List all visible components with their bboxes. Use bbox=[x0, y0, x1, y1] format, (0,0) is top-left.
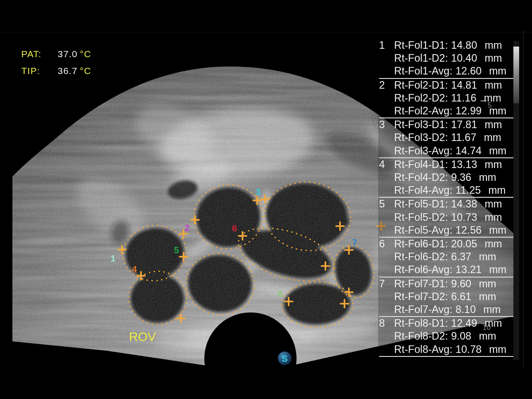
measurement-row: Rt-Fol5-Avg:12.56mm bbox=[379, 224, 517, 237]
measurement-row: 1Rt-Fol1-D1:14.80mm bbox=[379, 39, 517, 52]
measurement-row: 5Rt-Fol5-D1:14.38mm bbox=[379, 198, 517, 211]
display-frame-line-right bbox=[523, 30, 524, 369]
measurement-value: 11.67 bbox=[451, 132, 476, 144]
follicle-group-index: 5 bbox=[379, 198, 394, 210]
measurement-unit: mm bbox=[479, 172, 496, 184]
pat-temp-unit: °C bbox=[80, 46, 91, 63]
measurement-group: 7Rt-Fol7-D1:9.60mmRt-Fol7-D2:6.61mmRt-Fo… bbox=[379, 278, 517, 317]
measurement-row: Rt-Fol4-Avg:11.25mm bbox=[379, 184, 517, 197]
ultrasound-screen: 510 12345678 S PAT: 37.0 °C TIP: 36.7 °C… bbox=[0, 0, 532, 399]
measurement-label: Rt-Fol4-Avg: bbox=[394, 184, 452, 196]
measurement-label: Rt-Fol4-D2: bbox=[394, 172, 448, 184]
measurement-value: 11.25 bbox=[455, 184, 481, 196]
follicle-group-index: 4 bbox=[379, 159, 394, 171]
measurement-row: Rt-Fol3-Avg:14.74mm bbox=[379, 145, 517, 157]
follicle-number-label: 5 bbox=[174, 245, 179, 255]
measurement-value: 13.13 bbox=[451, 159, 477, 171]
pat-temp-label: PAT: bbox=[21, 46, 58, 63]
measurement-label: Rt-Fol6-D1: bbox=[394, 238, 448, 250]
measurement-value: 12.49 bbox=[451, 317, 477, 329]
measurement-unit: mm bbox=[489, 105, 506, 117]
measurement-value: 6.61 bbox=[451, 291, 471, 303]
measurement-label: Rt-Fol2-D1: bbox=[394, 79, 448, 91]
measurement-value: 14.80 bbox=[451, 39, 477, 51]
panel-scrollbar-thumb[interactable] bbox=[513, 47, 519, 103]
display-frame-line-top bbox=[0, 32, 532, 32]
measurement-unit: mm bbox=[489, 224, 506, 236]
tip-temp-label: TIP: bbox=[21, 63, 58, 79]
measurement-label: Rt-Fol1-Avg: bbox=[394, 65, 452, 77]
measurement-row: 7Rt-Fol7-D1:9.60mm bbox=[379, 278, 517, 290]
measurement-unit: mm bbox=[489, 344, 506, 356]
measurement-row: Rt-Fol6-Avg:13.21mm bbox=[379, 263, 517, 276]
measurement-label: Rt-Fol8-Avg: bbox=[394, 344, 452, 356]
follicle-group-index: 8 bbox=[379, 317, 394, 329]
follicle-number-label: 8 bbox=[278, 289, 283, 299]
measurement-value: 14.74 bbox=[455, 145, 481, 157]
measurement-unit: mm bbox=[485, 52, 502, 64]
measurement-row: 2Rt-Fol2-D1:14.81mm bbox=[379, 79, 517, 92]
measurement-unit: mm bbox=[485, 238, 502, 250]
follicle-number-label: 3 bbox=[255, 187, 261, 197]
measurement-row: Rt-Fol3-D2:11.67mm bbox=[379, 131, 517, 144]
measurement-value: 12.56 bbox=[455, 224, 481, 236]
measurement-row: Rt-Fol1-Avg:12.60mm bbox=[379, 65, 517, 78]
tip-temp-unit: °C bbox=[80, 63, 91, 79]
measurement-row: Rt-Fol2-D2:11.16mm bbox=[379, 92, 517, 105]
follicle-group-index: 3 bbox=[379, 119, 394, 131]
measurement-value: 11.16 bbox=[451, 92, 476, 104]
panel-scrollbar-track[interactable] bbox=[513, 41, 519, 360]
probe-logo-letter: S bbox=[282, 353, 288, 364]
right-ovary-label: ROV bbox=[129, 330, 156, 344]
follicle-measurement-panel: 1Rt-Fol1-D1:14.80mmRt-Fol1-D2:10.40mmRt-… bbox=[379, 39, 517, 357]
measurement-row: Rt-Fol4-D2:9.36mm bbox=[379, 171, 517, 184]
tip-temperature-row: TIP: 36.7 °C bbox=[21, 63, 91, 79]
measurement-row: Rt-Fol7-Avg:8.10mm bbox=[379, 303, 517, 316]
measurement-unit: mm bbox=[484, 92, 501, 104]
measurement-label: Rt-Fol3-D2: bbox=[394, 132, 448, 144]
measurement-label: Rt-Fol7-D1: bbox=[394, 278, 448, 290]
measurement-row: 8Rt-Fol8-D1:12.49mm bbox=[379, 317, 517, 330]
measurement-row: 4Rt-Fol4-D1:13.13mm bbox=[379, 158, 517, 171]
measurement-unit: mm bbox=[489, 264, 506, 276]
measurement-group: 4Rt-Fol4-D1:13.13mmRt-Fol4-D2:9.36mmRt-F… bbox=[379, 158, 517, 198]
measurement-value: 10.78 bbox=[455, 344, 481, 356]
measurement-unit: mm bbox=[485, 211, 502, 223]
measurement-row: Rt-Fol7-D2:6.61mm bbox=[379, 290, 517, 303]
measurement-group: 2Rt-Fol2-D1:14.81mmRt-Fol2-D2:11.16mmRt-… bbox=[379, 79, 517, 119]
measurement-value: 8.10 bbox=[455, 304, 476, 316]
follicle-group-index: 2 bbox=[379, 79, 394, 91]
measurement-row: Rt-Fol2-Avg:12.99mm bbox=[379, 105, 517, 117]
measurement-unit: mm bbox=[485, 198, 502, 210]
measurement-value: 6.37 bbox=[451, 251, 471, 263]
temperature-block: PAT: 37.0 °C TIP: 36.7 °C bbox=[21, 46, 91, 79]
measurement-label: Rt-Fol4-D1: bbox=[394, 159, 448, 171]
measurement-label: Rt-Fol3-D1: bbox=[394, 119, 448, 131]
measurement-value: 10.73 bbox=[451, 211, 477, 223]
measurement-value: 9.08 bbox=[451, 330, 471, 342]
measurement-label: Rt-Fol7-D2: bbox=[394, 291, 448, 303]
measurement-unit: mm bbox=[489, 65, 506, 77]
measurement-row: Rt-Fol1-D2:10.40mm bbox=[379, 52, 517, 65]
measurement-unit: mm bbox=[483, 304, 501, 316]
patient-temperature-row: PAT: 37.0 °C bbox=[21, 46, 91, 63]
measurement-label: Rt-Fol5-Avg: bbox=[394, 224, 452, 236]
follicle-number-label: 4 bbox=[132, 264, 137, 274]
measurement-label: Rt-Fol6-Avg: bbox=[394, 264, 452, 276]
measurement-unit: mm bbox=[485, 119, 502, 131]
measurement-unit: mm bbox=[489, 184, 506, 196]
follicle-group-index: 6 bbox=[379, 238, 394, 250]
measurement-unit: mm bbox=[479, 251, 496, 263]
measurement-value: 9.60 bbox=[451, 278, 471, 290]
measurement-label: Rt-Fol5-D2: bbox=[394, 211, 448, 223]
follicle-group-index: 1 bbox=[379, 39, 394, 51]
measurement-value: 14.38 bbox=[451, 198, 477, 210]
measurement-label: Rt-Fol8-D2: bbox=[394, 330, 448, 342]
pat-temp-value: 37.0 bbox=[58, 46, 80, 63]
measurement-label: Rt-Fol5-D1: bbox=[394, 198, 448, 210]
measurement-unit: mm bbox=[485, 39, 502, 51]
measurement-group: 5Rt-Fol5-D1:14.38mmRt-Fol5-D2:10.73mmRt-… bbox=[379, 198, 517, 238]
probe-orientation-logo: S bbox=[278, 352, 292, 365]
measurement-value: 10.40 bbox=[451, 52, 477, 64]
measurement-group: 8Rt-Fol8-D1:12.49mmRt-Fol8-D2:9.08mmRt-F… bbox=[379, 317, 517, 357]
